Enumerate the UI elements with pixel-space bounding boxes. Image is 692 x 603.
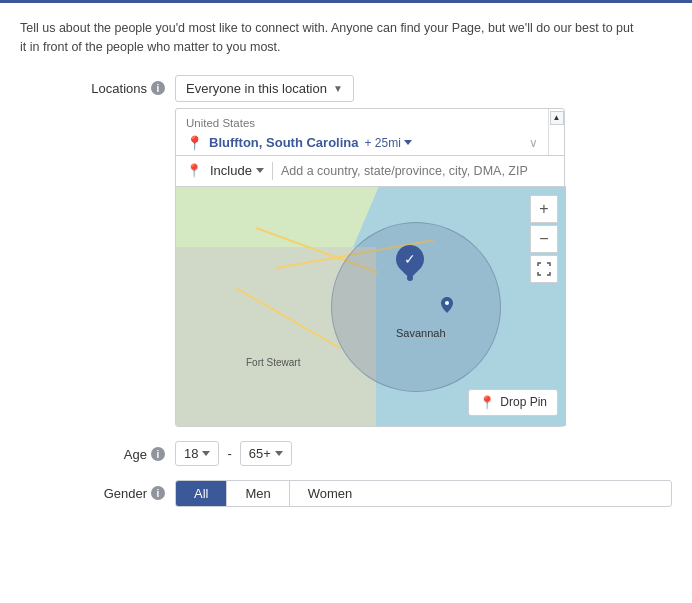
map-container: ✓ Savannah Fort Stewart	[176, 186, 566, 426]
map-zoom-out-button[interactable]: −	[530, 225, 558, 253]
locations-label-col: Locations i	[20, 75, 175, 96]
map-savannah-label: Savannah	[396, 327, 446, 339]
age-row: Age i 18 - 65+	[20, 441, 672, 466]
locations-label: Locations	[91, 81, 147, 96]
age-max-value: 65+	[249, 446, 271, 461]
country-label: United States	[186, 117, 538, 129]
drop-pin-icon: 📍	[479, 395, 495, 410]
map-pin-check-icon: ✓	[404, 251, 416, 267]
gender-men-button[interactable]: Men	[226, 481, 288, 506]
map-fort-label: Fort Stewart	[246, 357, 300, 368]
gender-women-button[interactable]: Women	[289, 481, 371, 506]
radius-chevron-icon	[404, 140, 412, 145]
gender-all-button[interactable]: All	[176, 481, 226, 506]
locations-info-icon[interactable]: i	[151, 81, 165, 95]
include-arrow-icon	[256, 168, 264, 173]
include-pin-icon: 📍	[186, 163, 202, 178]
age-max-dropdown[interactable]: 65+	[240, 441, 292, 466]
map-pin-icon: ✓	[390, 239, 430, 279]
age-field: 18 - 65+	[175, 441, 672, 466]
intro-text: Tell us about the people you'd most like…	[20, 19, 640, 57]
location-item: 📍 Bluffton, South Carolina + 25mi ∨	[186, 135, 538, 151]
location-search-input[interactable]	[281, 164, 554, 178]
age-max-arrow-icon	[275, 451, 283, 456]
drop-pin-button[interactable]: 📍 Drop Pin	[468, 389, 558, 416]
radius-value: + 25mi	[364, 136, 400, 150]
map-fullscreen-button[interactable]	[530, 255, 558, 283]
main-container: Tell us about the people you'd most like…	[0, 0, 692, 603]
gender-label-col: Gender i	[20, 480, 175, 501]
age-min-arrow-icon	[202, 451, 210, 456]
location-type-arrow: ▼	[333, 83, 343, 94]
location-scrollbar: ▲	[548, 109, 564, 155]
drop-pin-label: Drop Pin	[500, 395, 547, 409]
include-dropdown[interactable]: Include	[210, 163, 264, 178]
include-row: 📍 Include	[176, 155, 564, 186]
locations-row: Locations i Everyone in this location ▼ …	[20, 75, 672, 427]
locations-field: Everyone in this location ▼ United State…	[175, 75, 672, 427]
location-inner: United States 📍 Bluffton, South Carolina…	[176, 109, 548, 155]
age-min-dropdown[interactable]: 18	[175, 441, 219, 466]
location-type-value: Everyone in this location	[186, 81, 327, 96]
location-type-dropdown[interactable]: Everyone in this location ▼	[175, 75, 354, 102]
age-label: Age	[124, 447, 147, 462]
include-label: Include	[210, 163, 252, 178]
map-controls: + −	[530, 195, 558, 283]
gender-group: All Men Women	[175, 480, 672, 507]
location-pin-icon: 📍	[186, 135, 203, 151]
radius-button[interactable]: + 25mi	[364, 136, 411, 150]
location-box: United States 📍 Bluffton, South Carolina…	[175, 108, 565, 427]
svg-point-0	[445, 301, 449, 305]
map-location-pin: ✓	[396, 245, 424, 281]
age-dash: -	[227, 446, 231, 461]
gender-field: All Men Women	[175, 480, 672, 507]
age-info-icon[interactable]: i	[151, 447, 165, 461]
gender-row: Gender i All Men Women	[20, 480, 672, 507]
age-label-col: Age i	[20, 441, 175, 462]
location-city-name: Bluffton, South Carolina	[209, 135, 358, 150]
age-min-value: 18	[184, 446, 198, 461]
scroll-up-arrow[interactable]: ▲	[550, 111, 564, 125]
expand-location-icon[interactable]: ∨	[529, 136, 538, 150]
gender-info-icon[interactable]: i	[151, 486, 165, 500]
include-divider	[272, 162, 273, 180]
map-secondary-pin	[441, 297, 453, 316]
map-zoom-in-button[interactable]: +	[530, 195, 558, 223]
gender-label: Gender	[104, 486, 147, 501]
location-box-content: United States 📍 Bluffton, South Carolina…	[176, 109, 564, 155]
